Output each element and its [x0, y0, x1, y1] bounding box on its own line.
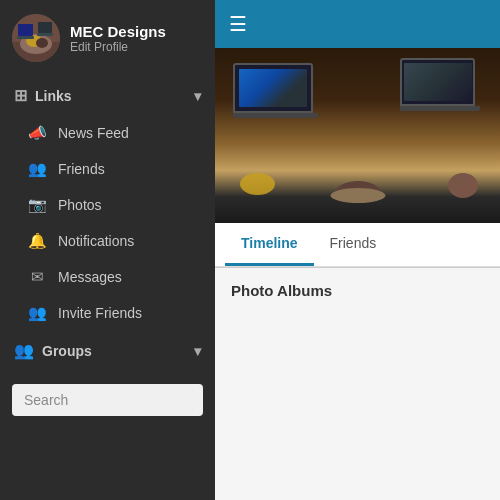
main-content: ☰: [215, 0, 500, 500]
messages-icon: ✉: [28, 268, 46, 286]
laptop-right: [400, 58, 480, 116]
cover-photo-area: [215, 48, 500, 223]
profile-tabs: Timeline Friends: [215, 223, 500, 267]
laptop-base-left: [233, 113, 318, 118]
notifications-icon: 🔔: [28, 232, 46, 250]
groups-section-header[interactable]: 👥 Groups ▾: [0, 331, 215, 370]
plate: [330, 188, 385, 203]
laptop-screen-inner-left: [239, 69, 307, 107]
edit-profile-link[interactable]: Edit Profile: [70, 40, 166, 54]
nav-item-invite-friends[interactable]: 👥 Invite Friends: [0, 295, 215, 331]
top-bar: ☰: [215, 0, 500, 48]
search-area: [0, 374, 215, 426]
laptop-screen-right: [400, 58, 475, 106]
photos-icon: 📷: [28, 196, 46, 214]
nav-item-friends[interactable]: 👥 Friends: [0, 151, 215, 187]
groups-icon: 👥: [14, 341, 34, 360]
friends-icon: 👥: [28, 160, 46, 178]
nav-item-photos[interactable]: 📷 Photos: [0, 187, 215, 223]
links-chevron-icon: ▾: [194, 88, 201, 104]
svg-rect-8: [37, 33, 53, 36]
profile-area: MEC Designs Edit Profile: [0, 0, 215, 76]
tab-timeline[interactable]: Timeline: [225, 223, 314, 266]
photo-albums-title: Photo Albums: [231, 282, 484, 299]
svg-rect-6: [17, 36, 34, 39]
nav-item-notifications[interactable]: 🔔 Notifications: [0, 223, 215, 259]
links-section-header[interactable]: ⊞ Links ▾: [0, 76, 215, 115]
nav-item-label: Invite Friends: [58, 305, 142, 321]
nav-item-label: Messages: [58, 269, 122, 285]
laptop-left: [233, 63, 318, 123]
laptop-base-right: [400, 106, 480, 111]
cover-photo-simulation: [215, 48, 500, 223]
nav-item-news-feed[interactable]: 📣 News Feed: [0, 115, 215, 151]
sidebar: MEC Designs Edit Profile ⊞ Links ▾ 📣 New…: [0, 0, 215, 500]
content-area: Timeline Friends Photo Albums: [215, 48, 500, 500]
food-item-2: [448, 173, 478, 198]
laptop-screen-left: [233, 63, 313, 113]
profile-name: MEC Designs: [70, 23, 166, 40]
svg-rect-7: [38, 22, 52, 33]
tab-friends[interactable]: Friends: [314, 223, 393, 266]
svg-rect-5: [18, 24, 33, 36]
links-section-label: Links: [35, 88, 72, 104]
groups-section-label: Groups: [42, 343, 92, 359]
search-input[interactable]: [12, 384, 203, 416]
nav-item-label: News Feed: [58, 125, 129, 141]
nav-item-label: Photos: [58, 197, 102, 213]
nav-item-messages[interactable]: ✉ Messages: [0, 259, 215, 295]
laptop-screen-inner-right: [404, 63, 472, 101]
news-feed-icon: 📣: [28, 124, 46, 142]
nav-item-label: Friends: [58, 161, 105, 177]
avatar[interactable]: [12, 14, 60, 62]
invite-friends-icon: 👥: [28, 304, 46, 322]
food-item-1: [240, 173, 275, 195]
links-icon: ⊞: [14, 86, 27, 105]
photo-albums-section: Photo Albums: [215, 268, 500, 500]
nav-items-list: 📣 News Feed 👥 Friends 📷 Photos 🔔 Notific…: [0, 115, 215, 331]
menu-icon[interactable]: ☰: [229, 12, 247, 36]
profile-text: MEC Designs Edit Profile: [70, 23, 166, 54]
nav-item-label: Notifications: [58, 233, 134, 249]
groups-chevron-icon: ▾: [194, 343, 201, 359]
svg-point-4: [36, 38, 48, 48]
